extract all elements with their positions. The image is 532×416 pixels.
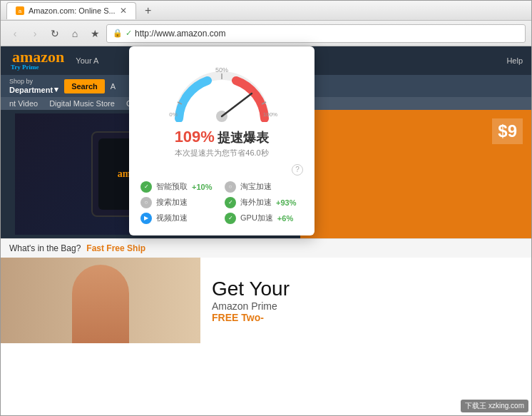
stat-name-0: 智能预取	[156, 181, 188, 192]
hero-right: $9	[300, 110, 531, 238]
ssl-icon: ✓	[126, 29, 132, 38]
stat-icon-0: ✓	[140, 181, 152, 193]
browser-frame: a Amazon.com: Online S... ✕ + ‹ › ↻ ⌂ ★ …	[0, 0, 532, 416]
address-bar[interactable]: 🔒 ✓ http://www.amazon.com	[106, 24, 526, 43]
stat-value-5: +6%	[277, 214, 293, 223]
speed-percentage: 109% 提速爆表	[140, 128, 303, 146]
get-section-text: Get Your Amazon Prime FREE Two-	[200, 258, 531, 343]
shop-by-dept[interactable]: Shop by Department ▾	[9, 78, 58, 94]
nav-bar: ‹ › ↻ ⌂ ★ 🔒 ✓ http://www.amazon.com	[1, 21, 531, 46]
bag-section: What's in the Bag? Fast Free Ship	[1, 238, 531, 258]
speed-description: 本次提速共为您节省46.0秒	[140, 148, 303, 158]
stat-item-2: ○ 搜索加速	[140, 197, 219, 208]
help-link[interactable]: Help	[506, 56, 523, 65]
stat-icon-4: ▶	[140, 213, 152, 224]
svg-text:100%: 100%	[263, 111, 277, 118]
stat-icon-1: ○	[225, 181, 236, 193]
get-section-image	[1, 258, 200, 343]
forward-button[interactable]: ›	[26, 25, 44, 42]
bag-label: What's in the Bag?	[9, 243, 81, 253]
home-button[interactable]: ⌂	[66, 25, 83, 42]
svg-text:0%: 0%	[169, 111, 178, 118]
cat-link-music[interactable]: Digital Music Store	[49, 99, 115, 108]
svg-line-4	[222, 93, 252, 116]
browser-tab[interactable]: a Amazon.com: Online S... ✕	[6, 2, 136, 19]
search-button[interactable]: Search	[64, 79, 105, 93]
nav-tab-a[interactable]: A	[111, 82, 116, 91]
tab-title: Amazon.com: Online S...	[29, 6, 116, 15]
woman-silhouette	[72, 265, 129, 343]
stat-item-4: ▶ 视频加速	[140, 213, 219, 224]
stat-item-5: ✓ GPU加速 +6%	[225, 213, 303, 224]
stats-grid: ✓ 智能预取 +10% ○ 淘宝加速 ○ 搜索加速 ✓ 海外加速 +93%	[140, 181, 303, 224]
stat-value-3: +93%	[276, 198, 296, 207]
free-two-text: FREE Two-	[212, 312, 520, 323]
get-section: Get Your Amazon Prime FREE Two-	[1, 258, 531, 343]
title-bar: a Amazon.com: Online S... ✕ +	[1, 1, 531, 21]
shop-by-label: Shop by	[9, 78, 58, 85]
tab-close-btn[interactable]: ✕	[120, 6, 127, 16]
stat-item-3: ✓ 海外加速 +93%	[225, 197, 303, 208]
lock-icon: 🔒	[113, 29, 123, 38]
cat-link-video[interactable]: nt Video	[9, 99, 38, 108]
stat-name-5: GPU加速	[240, 213, 273, 223]
bookmark-button[interactable]: ★	[86, 25, 103, 42]
hero-price: $9	[492, 118, 523, 144]
stat-name-2: 搜索加速	[156, 197, 188, 208]
get-your-title: Get Your	[212, 278, 520, 300]
help-circle-icon[interactable]: ?	[292, 164, 303, 176]
stat-name-3: 海外加速	[240, 197, 272, 208]
stat-name-1: 淘宝加速	[240, 181, 272, 192]
tab-favicon: a	[16, 6, 24, 15]
stat-item-0: ✓ 智能预取 +10%	[140, 181, 219, 193]
stat-icon-5: ✓	[225, 213, 236, 224]
stat-name-4: 视频加速	[156, 213, 188, 223]
amazon-logo: amazon Try Prime	[9, 51, 64, 71]
back-button[interactable]: ‹	[6, 25, 24, 42]
fast-free-label: Fast Free Ship	[86, 243, 145, 253]
speedometer-svg: 50% 0% 100%	[165, 58, 279, 122]
new-tab-button[interactable]: +	[140, 3, 156, 19]
speed-overlay-popup: 50% 0% 100% 109% 提速爆表 本次提速共为您节省46.0秒 ? ✓…	[129, 46, 314, 235]
refresh-button[interactable]: ↻	[46, 25, 63, 42]
speed-boost-label: 提速爆表	[218, 131, 269, 145]
stat-item-1: ○ 淘宝加速	[225, 181, 303, 193]
prime-text: Amazon Prime	[212, 300, 520, 312]
stat-value-0: +10%	[192, 183, 212, 191]
speedometer-container: 50% 0% 100%	[140, 58, 303, 122]
your-account-link[interactable]: Your A	[76, 56, 98, 65]
help-icon-wrapper: ?	[140, 163, 303, 176]
svg-text:50%: 50%	[215, 66, 228, 73]
dept-arrow-icon: ▾	[54, 85, 58, 94]
department-label: Department	[9, 86, 53, 94]
stat-icon-3: ✓	[225, 197, 236, 208]
watermark: 下载王 xzking.com	[461, 400, 528, 412]
url-text: http://www.amazon.com	[135, 29, 225, 39]
speed-num: 109%	[175, 128, 215, 146]
stat-icon-2: ○	[140, 197, 152, 208]
